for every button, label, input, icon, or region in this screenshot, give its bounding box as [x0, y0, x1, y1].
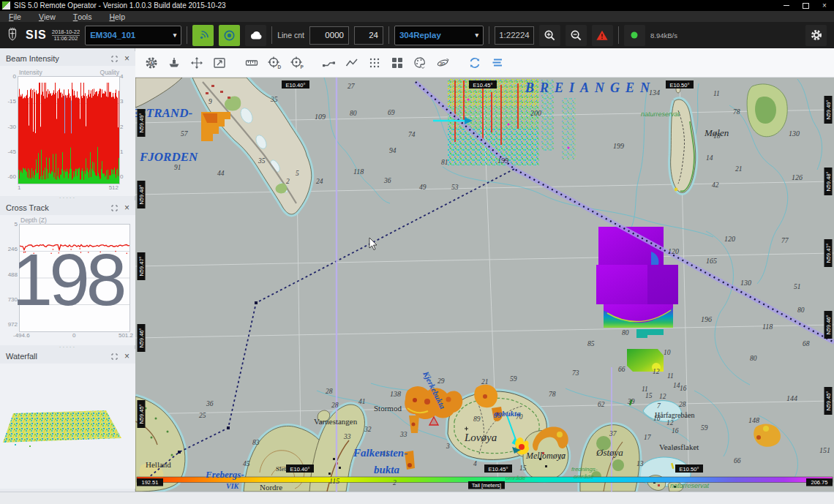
palette-button[interactable]	[409, 53, 430, 72]
place-label: bukta	[374, 464, 400, 475]
center-position-button[interactable]: P	[286, 53, 307, 72]
pan-button[interactable]	[186, 53, 207, 72]
points-button[interactable]	[364, 53, 385, 72]
app-toolbar: SIS 2018-10-22 11:06:202 EM304_101 ▾	[0, 22, 834, 48]
sounding-label: 59	[701, 424, 708, 432]
menu-item-help[interactable]: Help	[100, 11, 134, 22]
longitude-label: E10.45°	[469, 80, 497, 89]
expand-icon[interactable]	[111, 353, 118, 360]
svg-text:206.75: 206.75	[811, 479, 828, 486]
sounding-label: 51	[794, 283, 801, 290]
measure-button[interactable]	[241, 53, 262, 72]
sounding-label: 35	[258, 157, 266, 165]
map-view[interactable]: 3527109806995774949144358111836252449531…	[135, 78, 834, 492]
rotate-3d-button[interactable]: 3D	[432, 53, 453, 72]
logging-button[interactable]	[219, 25, 240, 46]
line-value-field[interactable]: 24	[354, 26, 383, 45]
minimize-button[interactable]	[777, 0, 796, 11]
line-cnt-label: Line cnt	[277, 31, 304, 40]
ruler-icon	[244, 56, 259, 70]
vessel-button[interactable]	[163, 53, 184, 72]
beam-left-axis-title: Intensity	[19, 69, 42, 76]
sounding-label: 11	[667, 372, 674, 380]
close-icon: ×	[822, 1, 827, 10]
sounding-label: 2	[286, 178, 290, 185]
line-count-field[interactable]: 0000	[309, 26, 349, 45]
settings-button[interactable]	[805, 25, 827, 46]
zoom-out-icon	[569, 29, 583, 42]
cross-x-tick: 501.2	[119, 332, 133, 339]
svg-text:N59.45°: N59.45°	[138, 404, 145, 424]
cloud-button[interactable]	[245, 25, 266, 46]
sounding-label: 130	[789, 129, 800, 138]
sounding-label: 81	[441, 159, 448, 166]
svg-text:N59.49°: N59.49°	[825, 99, 832, 119]
zoom-in-button[interactable]	[539, 25, 560, 46]
expand-icon[interactable]	[111, 56, 118, 62]
menu-item-view[interactable]: View	[30, 11, 64, 22]
target-p-icon: P	[290, 56, 304, 70]
place-label: Stormod	[374, 404, 402, 413]
auto-mode-button[interactable]: A	[140, 53, 162, 72]
close-icon[interactable]: ×	[124, 55, 129, 62]
layers-button[interactable]	[487, 53, 508, 72]
place-label: VIK	[226, 482, 240, 490]
fit-view-button[interactable]	[209, 53, 230, 72]
sounding-label: 115	[329, 477, 339, 485]
close-icon[interactable]: ×	[124, 353, 129, 360]
sounding-label: 14	[706, 154, 713, 162]
alarm-button[interactable]	[592, 25, 613, 46]
sync-button[interactable]	[464, 53, 485, 72]
sounding-label: 21	[735, 165, 743, 173]
track-node-button[interactable]	[318, 53, 339, 72]
sounding-label: 120	[724, 235, 735, 243]
maximize-button[interactable]	[796, 0, 815, 11]
cross-track-panel: Cross Track × Depth (Z) 5246488730972 19…	[0, 200, 135, 345]
connection-status-button[interactable]	[624, 25, 645, 46]
place-label: naturreservat	[641, 110, 680, 118]
separator	[388, 26, 389, 44]
tiles-button[interactable]	[386, 53, 407, 72]
target-d-icon: D	[267, 56, 282, 70]
waterfall-view[interactable]	[0, 364, 135, 488]
sounding-label: 37	[609, 430, 617, 437]
close-button[interactable]: ×	[815, 0, 834, 11]
sounding-label: 12	[659, 393, 666, 400]
sounding-label: 85	[587, 340, 595, 347]
place-label: Falkensten-	[353, 447, 407, 459]
longitude-label: E10.50°	[666, 80, 694, 89]
sounding-label: 80	[622, 329, 629, 336]
beam-intensity-chart[interactable]	[18, 76, 120, 184]
sounder-dropdown[interactable]: EM304_101 ▾	[85, 26, 181, 45]
menu-item-tools[interactable]: Tools	[64, 11, 101, 22]
sounding-label: 78	[549, 391, 556, 398]
expand-icon[interactable]	[111, 205, 118, 211]
sounding-label: 196	[701, 315, 712, 323]
close-icon[interactable]: ×	[124, 204, 129, 211]
sounding-label: 28	[326, 388, 333, 395]
zoom-out-button[interactable]	[566, 25, 587, 46]
sounding-label: 15	[519, 464, 527, 472]
sounding-label: 39	[627, 398, 635, 405]
beam-intensity-header[interactable]: Beam Intensity ×	[0, 51, 135, 66]
depth-readout: 198	[0, 243, 135, 316]
longitude-label: E10.45°	[484, 464, 512, 473]
center-depth-button[interactable]: D	[263, 53, 285, 72]
waterfall-header[interactable]: Waterfall ×	[0, 349, 135, 364]
sounding-label: 73	[572, 369, 579, 377]
svg-text:D: D	[277, 64, 281, 69]
sounding-label: 83	[252, 439, 260, 446]
colorbar-label: 206.75	[806, 478, 833, 486]
mode-dropdown[interactable]: 304Replay ▾	[394, 26, 484, 45]
polyline-button[interactable]	[341, 53, 362, 72]
place-label: Mellomøya	[525, 451, 566, 461]
beam-x-tick: 512	[109, 184, 119, 191]
pinging-button[interactable]	[192, 25, 214, 46]
place-label: Frebergs-	[205, 469, 244, 480]
sounding-label: 25	[199, 412, 206, 419]
cross-track-header[interactable]: Cross Track ×	[0, 200, 135, 215]
menu-item-file[interactable]: File	[0, 11, 30, 22]
sounding-label: 35	[270, 96, 278, 103]
sounding-label: 78	[733, 108, 740, 116]
zigzag-icon	[345, 56, 359, 70]
